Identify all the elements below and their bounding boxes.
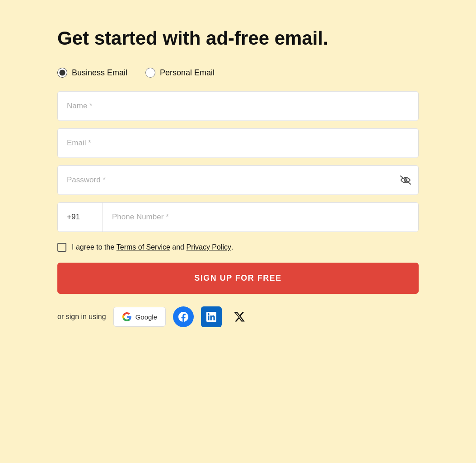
phone-row: +91 — [57, 202, 419, 232]
signup-form-container: Get started with ad-free email. Business… — [57, 27, 419, 327]
terms-agreement-row: I agree to the Terms of Service and Priv… — [57, 243, 419, 252]
page-title: Get started with ad-free email. — [57, 27, 419, 50]
toggle-password-icon[interactable] — [400, 175, 411, 185]
name-input[interactable] — [57, 91, 419, 121]
personal-email-radio[interactable] — [145, 68, 155, 78]
twitter-x-signin-button[interactable] — [229, 306, 250, 327]
personal-email-option[interactable]: Personal Email — [145, 68, 215, 78]
business-email-label: Business Email — [72, 68, 127, 78]
social-signin-section: or sign in using Google — [57, 306, 419, 327]
facebook-signin-button[interactable] — [173, 306, 194, 327]
form-fields: +91 — [57, 91, 419, 232]
business-email-option[interactable]: Business Email — [57, 68, 127, 78]
terms-checkbox[interactable] — [57, 243, 66, 252]
linkedin-signin-button[interactable] — [201, 306, 222, 327]
twitter-x-icon — [233, 311, 245, 323]
google-icon — [122, 312, 132, 322]
facebook-icon — [178, 312, 188, 322]
phone-input[interactable] — [103, 203, 418, 232]
email-type-selector: Business Email Personal Email — [57, 68, 419, 78]
social-signin-text: or sign in using — [57, 313, 106, 321]
privacy-policy-link[interactable]: Privacy Policy — [186, 243, 231, 251]
phone-country-code: +91 — [58, 203, 103, 232]
email-input[interactable] — [57, 128, 419, 158]
password-input[interactable] — [57, 165, 419, 195]
signup-button[interactable]: SIGN UP FOR FREE — [57, 263, 419, 294]
terms-text: I agree to the Terms of Service and Priv… — [72, 243, 233, 251]
google-signin-button[interactable]: Google — [113, 307, 166, 327]
google-label: Google — [135, 313, 157, 321]
personal-email-label: Personal Email — [160, 68, 215, 78]
linkedin-icon — [206, 312, 216, 322]
terms-of-service-link[interactable]: Terms of Service — [117, 243, 170, 251]
business-email-radio[interactable] — [57, 68, 67, 78]
password-wrapper — [57, 165, 419, 195]
